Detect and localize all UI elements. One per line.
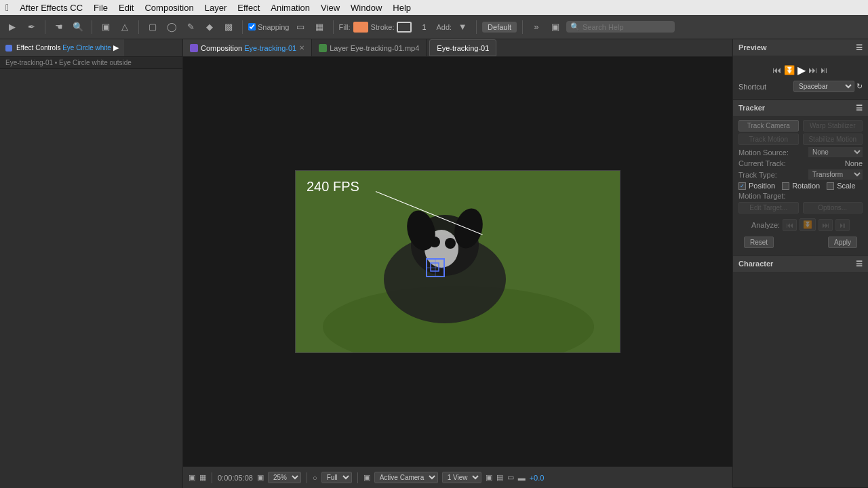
apply-button[interactable]: Apply: [828, 237, 857, 248]
skip-last-button[interactable]: ⏯: [820, 65, 829, 75]
stroke-color[interactable]: [397, 22, 412, 33]
options-button[interactable]: Options...: [803, 202, 863, 214]
viewer-mute-icon[interactable]: ▬: [518, 474, 526, 482]
clone-tool[interactable]: ◆: [201, 19, 218, 35]
analyze-forward-button[interactable]: ⏭: [818, 219, 833, 231]
menu-aftereffects[interactable]: After Effects CC: [20, 3, 83, 13]
menu-layer[interactable]: Layer: [205, 3, 227, 13]
menu-window[interactable]: Window: [351, 3, 382, 13]
stabilize-motion-button[interactable]: Stabilize Motion: [803, 134, 863, 145]
motion-target-field: Motion Target:: [738, 192, 863, 200]
character-menu-icon[interactable]: ☰: [856, 260, 863, 268]
preview-header[interactable]: Preview ☰: [733, 39, 868, 56]
viewer-region-icon[interactable]: ▣: [363, 473, 370, 482]
ctrl-sep-2: [307, 472, 307, 483]
apple-menu[interactable]: : [5, 2, 9, 13]
effect-controls-tab[interactable]: Effect Controls Eye Circle white ▶: [0, 39, 124, 56]
viewer-3d-icon[interactable]: ▣: [486, 473, 492, 482]
zoom-selector[interactable]: 25%: [268, 472, 301, 483]
track-camera-button[interactable]: Track Camera: [738, 120, 799, 131]
camera-tool[interactable]: ▣: [98, 19, 114, 35]
shortcut-dropdown[interactable]: Spacebar: [793, 81, 854, 92]
toolbar-icon1[interactable]: ▣: [547, 19, 564, 35]
search-input[interactable]: [583, 23, 664, 31]
shape-tool[interactable]: ◯: [163, 19, 180, 35]
menu-effect[interactable]: Effect: [237, 3, 260, 13]
add-dropdown[interactable]: ▼: [454, 19, 471, 35]
composition-viewer[interactable]: 240 FPS: [183, 57, 732, 466]
viewer-fast-preview[interactable]: ▭: [507, 473, 514, 482]
mask-tool[interactable]: ▢: [144, 19, 161, 35]
center-area: Composition Eye-tracking-01 ✕ Layer Eye-…: [183, 39, 732, 488]
select-tool[interactable]: ▶: [4, 19, 20, 35]
warp-stabilizer-button[interactable]: Warp Stabilizer: [803, 120, 863, 131]
analyze-first-button[interactable]: ⏮: [783, 219, 797, 231]
right-panel: Preview ☰ ⏮ ⏬ ▶ ⏭ ⏯ Shortcut Spacebar: [732, 39, 868, 488]
snapping-icon[interactable]: ▭: [292, 19, 309, 35]
zoom-tool[interactable]: 🔍: [70, 19, 86, 35]
toolbar-separator-1: [45, 20, 45, 34]
viewer-camera-icon[interactable]: ▣: [257, 473, 264, 482]
grid-icon[interactable]: ▦: [311, 19, 328, 35]
puppet-tool[interactable]: ▩: [220, 19, 237, 35]
analyze-row: Analyze: ⏮ ⏬ ⏭ ⏯: [738, 216, 863, 234]
composition-tab-label: Composition Eye-tracking-01: [201, 44, 296, 52]
menu-animation[interactable]: Animation: [271, 3, 310, 13]
rotation-label: Rotation: [792, 182, 820, 190]
preview-image: 240 FPS: [296, 171, 620, 352]
rotation-checkbox[interactable]: [782, 182, 789, 190]
comp-name-tab[interactable]: Eye-tracking-01: [429, 39, 496, 56]
search-bar[interactable]: 🔍: [566, 21, 675, 33]
shortcut-reset-icon[interactable]: ↻: [856, 82, 863, 91]
step-forward-button[interactable]: ⏭: [808, 65, 817, 75]
analyze-last-button[interactable]: ⏯: [835, 219, 850, 231]
ctrl-sep-3: [357, 472, 358, 483]
comp-name-label: Eye-tracking-01: [437, 44, 489, 52]
default-button[interactable]: Default: [482, 22, 517, 33]
motion-source-dropdown[interactable]: None: [808, 147, 863, 157]
toolbar: ▶ ✒ ☚ 🔍 ▣ △ ▢ ◯ ✎ ◆ ▩ Snapping ▭ ▦ Fill:…: [0, 15, 868, 39]
menu-composition[interactable]: Composition: [144, 3, 193, 13]
target-buttons-row: Edit Target... Options...: [738, 202, 863, 214]
analyze-back-button[interactable]: ⏬: [800, 218, 816, 231]
menu-edit[interactable]: Edit: [119, 3, 134, 13]
fill-color[interactable]: [353, 22, 368, 33]
pen-bezier[interactable]: ✎: [182, 19, 199, 35]
resolution-selector[interactable]: Full: [321, 472, 352, 483]
orbit-tool[interactable]: △: [117, 19, 133, 35]
preview-menu-icon[interactable]: ☰: [856, 43, 863, 52]
skip-first-button[interactable]: ⏮: [772, 65, 781, 75]
track-type-dropdown[interactable]: Transform: [808, 169, 863, 180]
toolbar-separator-4: [242, 20, 243, 34]
composition-tab[interactable]: Composition Eye-tracking-01 ✕: [183, 39, 312, 56]
position-checkbox[interactable]: [738, 182, 746, 190]
tracker-menu-icon[interactable]: ☰: [856, 104, 863, 113]
track-motion-button[interactable]: Track Motion: [738, 134, 799, 145]
camera-selector[interactable]: Active Camera: [374, 472, 438, 483]
hand-tool[interactable]: ☚: [51, 19, 67, 35]
view-selector[interactable]: 1 View: [442, 472, 481, 483]
step-back-button[interactable]: ⏬: [784, 65, 795, 75]
edit-target-button[interactable]: Edit Target...: [738, 202, 799, 214]
snapping-check[interactable]: Snapping: [248, 23, 290, 31]
menu-help[interactable]: Help: [393, 3, 411, 13]
effect-controls-close[interactable]: ▶: [113, 43, 119, 52]
expand-toolbar[interactable]: »: [528, 19, 545, 35]
viewer-timecode[interactable]: 0:00:05:08: [218, 474, 253, 482]
character-header[interactable]: Character ☰: [733, 256, 868, 272]
reset-button[interactable]: Reset: [744, 237, 774, 248]
menu-file[interactable]: File: [94, 3, 108, 13]
scale-checkbox[interactable]: [827, 182, 834, 190]
viewer-reset-icon[interactable]: ▤: [496, 473, 503, 482]
viewer-exposure-icon[interactable]: ○: [313, 474, 317, 482]
menu-view[interactable]: View: [321, 3, 340, 13]
left-panel-content: [0, 69, 182, 488]
viewer-settings-icon[interactable]: ▣: [189, 473, 195, 482]
layer-tab[interactable]: Layer Eye-tracking-01.mp4: [312, 39, 427, 56]
comp-tab-close[interactable]: ✕: [299, 44, 304, 52]
comp-tab-bar: Composition Eye-tracking-01 ✕ Layer Eye-…: [183, 39, 732, 57]
viewer-grid-icon[interactable]: ▦: [199, 473, 206, 482]
pen-tool[interactable]: ✒: [23, 19, 39, 35]
play-stop-button[interactable]: ▶: [797, 64, 806, 77]
tracker-header[interactable]: Tracker ☰: [733, 100, 868, 116]
